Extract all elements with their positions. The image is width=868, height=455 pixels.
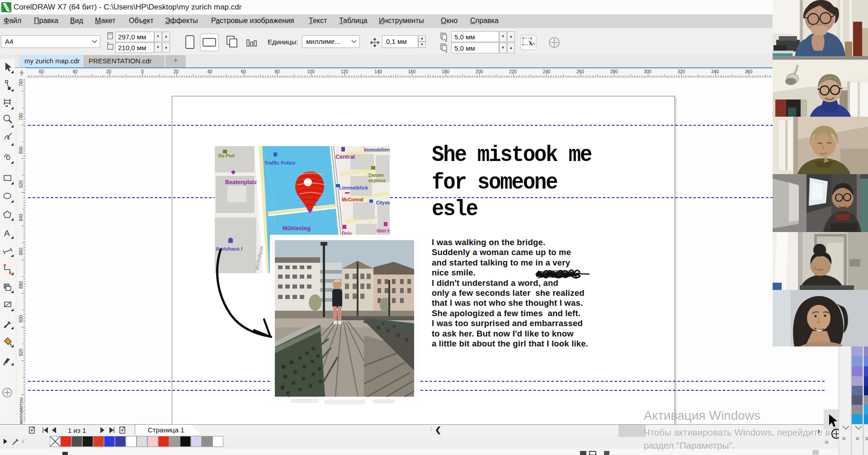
svg-text:Central: Central [335,154,355,160]
svg-text:Traffic Police: Traffic Police [264,160,295,166]
svg-text:tibet bis: tibet bis [377,228,390,233]
svg-text:McConnal: McConnal [342,197,363,202]
svg-text:x: x [445,39,447,43]
svg-text:Beatenplatz: Beatenplatz [225,179,257,185]
svg-text:Citystay: Citystay [376,200,390,205]
svg-text:Limmatblick: Limmatblick [339,185,368,190]
svg-text:A: A [4,228,10,238]
svg-text:express: express [368,178,386,183]
svg-text:y: y [445,50,447,53]
svg-text:Mühlesteg: Mühlesteg [283,225,311,232]
svg-text:Immobilienf: Immobilienf [364,147,390,152]
svg-text:Danner: Danner [368,173,384,178]
svg-text:Du Port: Du Port [218,153,235,158]
